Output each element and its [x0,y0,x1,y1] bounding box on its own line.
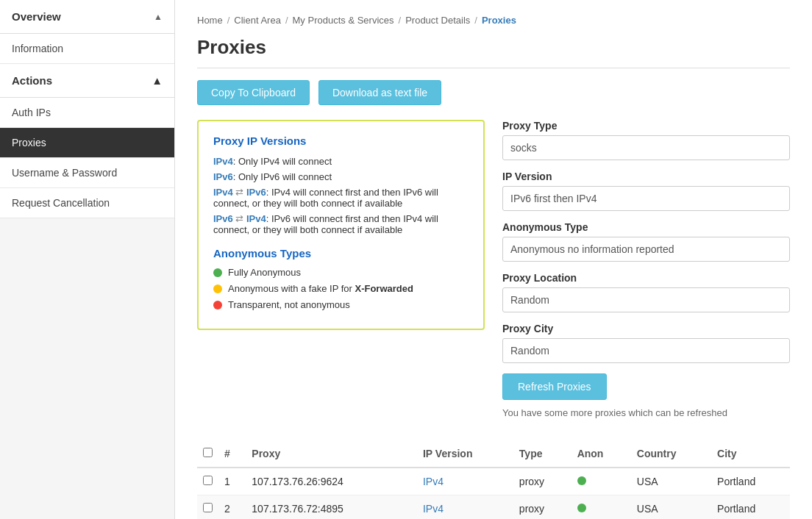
col-city: City [711,440,790,468]
left-column: Proxy IP Versions IPv4: Only IPv4 will c… [197,120,485,418]
proxy-city-input[interactable] [502,338,790,363]
row-type: proxy [513,468,571,495]
info-box-title: Proxy IP Versions [213,135,469,147]
col-proxy: Proxy [246,440,417,468]
copy-to-clipboard-button[interactable]: Copy To Clipboard [197,80,310,105]
ip-version-label: IP Version [502,171,790,182]
chevron-up-icon-actions: ▲ [152,74,163,87]
anon-item-fake-ip: Anonymous with a fake IP for X-Forwarded [213,283,469,294]
row-proxy: 107.173.76.26:9624 [246,468,417,495]
anon-type-input[interactable] [502,237,790,262]
breadcrumb-client-area[interactable]: Client Area [234,15,281,26]
row-ip-version: IPv4 [417,495,513,520]
row-proxy: 107.173.76.72:4895 [246,495,417,520]
proxy-city-label: Proxy City [502,323,790,334]
row-num: 2 [218,495,246,520]
anon-label-fully: Fully Anonymous [228,267,301,278]
sidebar-item-username-password[interactable]: Username & Password [0,158,174,188]
row-country: USA [631,495,711,520]
breadcrumb-sep-1: / [227,15,230,26]
ipv4-ipv6-info: IPv4 ⇄ IPv6: IPv4 will connect first and… [213,187,469,209]
page-title: Proxies [197,36,790,68]
sidebar: Overview ▲ Information Actions ▲ Auth IP… [0,0,175,519]
anon-type-group: Anonymous Type [502,221,790,262]
anon-item-fully-anonymous: Fully Anonymous [213,267,469,278]
breadcrumb-current: Proxies [482,15,516,26]
ip-version-input[interactable] [502,186,790,211]
breadcrumb: Home / Client Area / My Products & Servi… [197,15,790,26]
row-checkbox-cell [197,495,218,520]
col-ip-version: IP Version [417,440,513,468]
anon-type-label: Anonymous Type [502,221,790,233]
sidebar-item-information[interactable]: Information [0,34,174,64]
breadcrumb-home[interactable]: Home [197,15,223,26]
proxy-city-group: Proxy City [502,323,790,363]
row-anon [571,468,631,495]
ip-version-group: IP Version [502,171,790,211]
chevron-up-icon: ▲ [154,12,163,22]
anon-dot-green [213,268,222,277]
ipv6-info: IPv6: Only IPv6 will connect [213,171,469,182]
action-buttons: Copy To Clipboard Download as text file [197,80,790,105]
sidebar-item-proxies[interactable]: Proxies [0,128,174,158]
anon-label-fake: Anonymous with a fake IP for X-Forwarded [228,283,413,294]
row-country: USA [631,468,711,495]
proxy-table-header-row: # Proxy IP Version Type Anon Country Cit… [197,440,790,468]
two-column-layout: Proxy IP Versions IPv4: Only IPv4 will c… [197,120,790,418]
anon-dot-red [213,301,222,309]
sidebar-overview-label: Overview [12,10,61,23]
ip-version-link[interactable]: IPv4 [423,503,444,515]
row-checkbox[interactable] [203,503,213,512]
col-num: # [218,440,246,468]
table-row: 2 107.173.76.72:4895 IPv4 proxy USA Port… [197,495,790,520]
breadcrumb-my-products[interactable]: My Products & Services [293,15,394,26]
sidebar-actions-label: Actions [12,74,52,87]
row-checkbox-cell [197,468,218,495]
download-text-button[interactable]: Download as text file [318,80,441,105]
proxy-type-input[interactable] [502,135,790,160]
anon-dot-yellow [213,284,222,293]
anon-types-title: Anonymous Types [213,247,469,260]
row-ip-version: IPv4 [417,468,513,495]
ipv6-ipv4-info: IPv6 ⇄ IPv4: IPv6 will connect first and… [213,213,469,235]
anon-item-transparent: Transparent, not anonymous [213,299,469,310]
sidebar-actions-header[interactable]: Actions ▲ [0,64,174,98]
right-column: Proxy Type IP Version Anonymous Type Pro… [502,120,790,418]
ipv4-info: IPv4: Only IPv4 will connect [213,156,469,167]
col-anon: Anon [571,440,631,468]
col-checkbox [197,440,218,468]
breadcrumb-sep-3: / [399,15,402,26]
breadcrumb-sep-4: / [474,15,477,26]
proxy-type-label: Proxy Type [502,120,790,132]
anon-label-transparent: Transparent, not anonymous [228,299,350,310]
proxy-location-label: Proxy Location [502,272,790,284]
sidebar-overview-header[interactable]: Overview ▲ [0,0,174,34]
main-content: Home / Client Area / My Products & Servi… [175,0,812,519]
proxy-table-section: # Proxy IP Version Type Anon Country Cit… [197,440,790,519]
ip-version-link[interactable]: IPv4 [423,476,444,487]
proxy-type-group: Proxy Type [502,120,790,160]
row-city: Portland [711,495,790,520]
col-type: Type [513,440,571,468]
refresh-message: You have some more proxies which can be … [502,407,790,418]
row-checkbox[interactable] [203,476,213,485]
row-num: 1 [218,468,246,495]
sidebar-item-request-cancellation[interactable]: Request Cancellation [0,188,174,218]
breadcrumb-product-details[interactable]: Product Details [405,15,470,26]
breadcrumb-sep-2: / [285,15,288,26]
row-type: proxy [513,495,571,520]
info-box: Proxy IP Versions IPv4: Only IPv4 will c… [197,120,485,330]
proxy-table: # Proxy IP Version Type Anon Country Cit… [197,440,790,519]
sidebar-item-auth-ips[interactable]: Auth IPs [0,98,174,128]
proxy-location-input[interactable] [502,287,790,312]
row-anon [571,495,631,520]
refresh-proxies-button[interactable]: Refresh Proxies [502,373,607,400]
proxy-location-group: Proxy Location [502,272,790,312]
select-all-checkbox[interactable] [203,448,213,457]
proxy-table-head: # Proxy IP Version Type Anon Country Cit… [197,440,790,468]
row-city: Portland [711,468,790,495]
col-country: Country [631,440,711,468]
table-row: 1 107.173.76.26:9624 IPv4 proxy USA Port… [197,468,790,495]
proxy-table-body: 1 107.173.76.26:9624 IPv4 proxy USA Port… [197,468,790,519]
